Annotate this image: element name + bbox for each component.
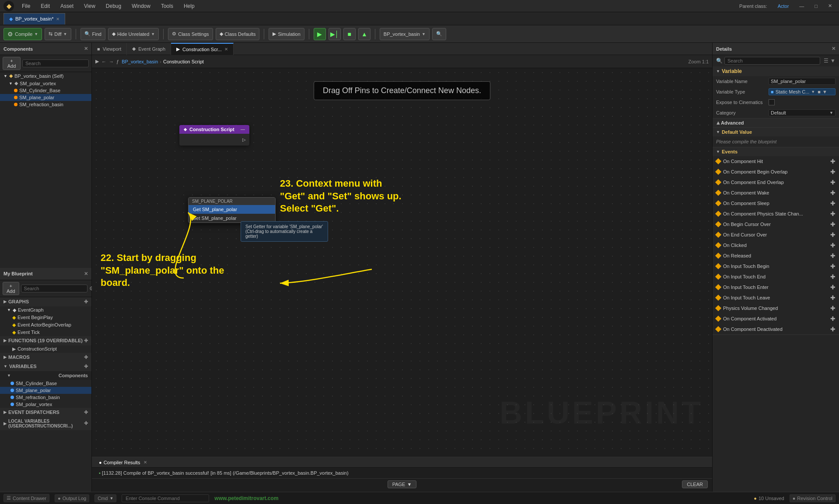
class-settings-button[interactable]: ⚙ Class Settings xyxy=(168,28,213,40)
class-defaults-button[interactable]: ◆ Class Defaults xyxy=(216,28,260,40)
variable-section-header[interactable]: ▼ Variable xyxy=(713,66,839,76)
event-end-cursor-add[interactable]: ✚ xyxy=(830,231,836,238)
functions-section[interactable]: ▶ FUNCTIONS (19 OVERRIDABLE) ✚ xyxy=(0,336,91,345)
event-touch-enter-add[interactable]: ✚ xyxy=(830,284,836,291)
var-plane-polar-item[interactable]: SM_plane_polar xyxy=(0,387,91,394)
details-close[interactable]: ✕ xyxy=(832,46,836,52)
menu-edit[interactable]: Edit xyxy=(38,2,52,10)
event-end-overlap-add[interactable]: ✚ xyxy=(830,179,836,186)
event-begin-cursor-add[interactable]: ✚ xyxy=(830,221,836,228)
eject-button[interactable]: ▲ xyxy=(358,28,371,40)
category-value[interactable]: Default ▼ xyxy=(769,109,836,116)
output-log-button[interactable]: ● Output Log xyxy=(55,494,89,502)
compiler-close[interactable]: ✕ xyxy=(143,460,147,465)
event-clicked-add[interactable]: ✚ xyxy=(830,242,836,249)
macros-add[interactable]: ✚ xyxy=(84,355,88,360)
blueprint-name-dropdown[interactable]: BP_vortex_basin ▼ xyxy=(380,28,430,40)
event-graph-tab[interactable]: ◆ Event Graph xyxy=(127,43,171,55)
menu-debug[interactable]: Debug xyxy=(103,2,124,10)
my-blueprint-close[interactable]: ✕ xyxy=(84,271,88,277)
diff-dropdown[interactable]: ▼ xyxy=(63,32,67,36)
variable-type-value[interactable]: ■ Static Mesh C... ▼ ■ ▼ xyxy=(769,88,836,95)
minimize-btn[interactable]: — xyxy=(796,3,808,10)
event-begin-overlap-add[interactable]: ✚ xyxy=(830,168,836,175)
variable-name-value[interactable]: SM_plane_polar xyxy=(769,78,836,85)
macros-section[interactable]: ▶ MACROS ✚ xyxy=(0,353,91,362)
menu-file[interactable]: File xyxy=(19,2,33,10)
graph-nav-fwd[interactable]: → xyxy=(109,59,114,64)
graph-nav-back[interactable]: ← xyxy=(101,59,106,64)
add-blueprint-button[interactable]: + Add xyxy=(3,282,19,295)
graph-canvas[interactable]: Drag Off Pins to Create/Connect New Node… xyxy=(92,68,712,457)
menu-view[interactable]: View xyxy=(81,2,98,10)
menu-help[interactable]: Help xyxy=(181,2,197,10)
my-blueprint-search[interactable] xyxy=(21,285,87,292)
content-drawer-button[interactable]: ☰ Content Drawer xyxy=(3,494,49,502)
tree-item-polar-vortex[interactable]: ▼ ◆ SM_polar_vortex xyxy=(0,80,91,87)
diff-button[interactable]: ⇆ Diff ▼ xyxy=(45,28,71,40)
type-extra-btn2[interactable]: ▼ xyxy=(822,89,827,94)
breadcrumb-root[interactable]: BP_vortex_basin xyxy=(122,59,158,64)
event-tick-item[interactable]: ◆ Event Tick xyxy=(0,329,91,336)
construction-script-node[interactable]: ◆ Construction Script — ▷ xyxy=(179,125,249,146)
construction-script-item[interactable]: ▶ ConstructionScript xyxy=(0,345,91,353)
node-collapse[interactable]: — xyxy=(241,127,245,132)
find-button[interactable]: 🔍 Find xyxy=(80,28,105,40)
variables-add[interactable]: ✚ xyxy=(84,364,88,369)
variables-section[interactable]: ▼ VARIABLES ✚ xyxy=(0,362,91,371)
event-touch-end-add[interactable]: ✚ xyxy=(830,273,836,280)
construction-scr-tab[interactable]: ▶ Construction Scr... ✕ xyxy=(171,43,234,55)
event-hit-add[interactable]: ✚ xyxy=(830,158,836,165)
search-button[interactable]: 🔍 xyxy=(432,28,446,40)
var-polar-vortex-item[interactable]: SM_polar_vortex xyxy=(0,401,91,408)
menu-tools[interactable]: Tools xyxy=(158,2,176,10)
event-dispatchers-section[interactable]: ▶ EVENT DISPATCHERS ✚ xyxy=(0,408,91,417)
event-wake-add[interactable]: ✚ xyxy=(830,189,836,196)
viewport-tab[interactable]: ■ Viewport xyxy=(92,43,127,55)
clear-button[interactable]: CLEAR xyxy=(682,480,708,488)
revision-control-button[interactable]: ● Revision Control xyxy=(790,494,836,502)
event-physics-state-add[interactable]: ✚ xyxy=(830,210,836,217)
main-tab[interactable]: ◆ BP_vortex_basin* ✕ xyxy=(3,13,65,24)
event-activated-add[interactable]: ✚ xyxy=(830,315,836,322)
simulation-button[interactable]: ▶ Simulation xyxy=(269,28,304,40)
tree-item-refraction[interactable]: SM_refraction_basin xyxy=(0,101,91,108)
stop-button[interactable]: ■ xyxy=(343,28,356,40)
event-physics-volume-add[interactable]: ✚ xyxy=(830,305,836,312)
event-disp-add[interactable]: ✚ xyxy=(84,410,88,415)
play-button[interactable]: ▶ xyxy=(314,28,326,40)
type-dropdown[interactable]: ▼ xyxy=(811,90,815,94)
var-cylinder-item[interactable]: SM_Cylinder_Base xyxy=(0,380,91,387)
close-btn[interactable]: ✕ xyxy=(825,2,836,10)
expose-checkbox[interactable] xyxy=(769,99,775,105)
compiler-results-tab[interactable]: ● Compiler Results ✕ xyxy=(95,459,150,466)
hide-unrelated-button[interactable]: ◆ Hide Unrelated ▼ xyxy=(108,28,159,40)
event-touch-begin-add[interactable]: ✚ xyxy=(830,263,836,270)
construction-tab-close[interactable]: ✕ xyxy=(224,47,228,52)
local-vars-add[interactable]: ✚ xyxy=(84,421,88,426)
event-touch-leave-add[interactable]: ✚ xyxy=(830,294,836,301)
category-dropdown[interactable]: ▼ xyxy=(829,111,833,115)
event-released-add[interactable]: ✚ xyxy=(830,252,836,259)
components-close[interactable]: ✕ xyxy=(84,46,88,52)
tree-item-root[interactable]: ▼ ◆ BP_vortex_basin (Self) xyxy=(0,72,91,80)
cmd-dropdown[interactable]: ▼ xyxy=(109,496,113,501)
cmd-button[interactable]: Cmd ▼ xyxy=(94,494,116,502)
components-var-section[interactable]: ▼ Components xyxy=(0,371,91,380)
main-tab-close[interactable]: ✕ xyxy=(56,17,59,21)
actor-overlap-item[interactable]: ◆ Event ActorBeginOverlap xyxy=(0,321,91,329)
details-search-input[interactable] xyxy=(724,57,820,65)
menu-window[interactable]: Window xyxy=(129,2,153,10)
restore-btn[interactable]: □ xyxy=(811,3,821,10)
details-filter[interactable]: ▼ xyxy=(830,58,836,64)
events-section-header[interactable]: ▼ Events xyxy=(713,147,839,156)
tree-item-cylinder[interactable]: SM_Cylinder_Base xyxy=(0,87,91,94)
default-value-header[interactable]: ▼ Default Value xyxy=(713,128,839,136)
functions-add[interactable]: ✚ xyxy=(84,338,88,344)
tree-item-plane-polar[interactable]: SM_plane_polar xyxy=(0,94,91,101)
get-option[interactable]: Get SM_plane_polar xyxy=(189,205,275,214)
type-extra-btn[interactable]: ■ xyxy=(818,89,821,94)
menu-asset[interactable]: Asset xyxy=(58,2,76,10)
hide-dropdown[interactable]: ▼ xyxy=(151,32,155,36)
console-input[interactable] xyxy=(122,494,209,502)
